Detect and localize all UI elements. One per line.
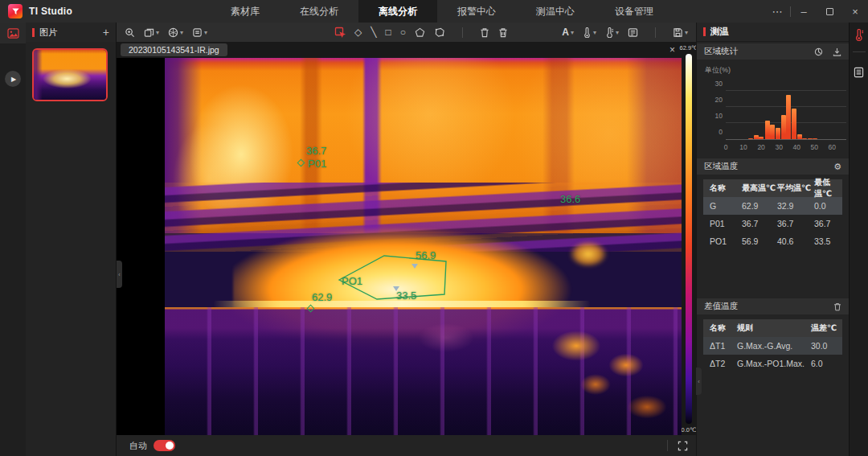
histogram-bar	[770, 125, 775, 139]
thermal-canvas[interactable]: 36.7 P01 36.6 PO1 56.9 33.5 62.9 ‹	[117, 58, 682, 435]
table-row-dT1[interactable]: ΔT1 G.Max.-G.Avg. 30.0	[703, 337, 842, 355]
gear-icon[interactable]: ⚙	[833, 162, 841, 171]
nav-offline-analysis[interactable]: 离线分析	[358, 0, 437, 23]
download-icon[interactable]	[833, 47, 841, 56]
display-tools-group: A ▾ ▾ ▾ ▾	[562, 27, 688, 38]
close-button[interactable]: ×	[842, 0, 868, 23]
cell: 36.7	[742, 219, 777, 228]
panel-title: 测温	[710, 26, 729, 38]
histogram-ytick: 20	[708, 96, 723, 104]
more-menu-button[interactable]: ⋯	[764, 0, 790, 23]
nav-alarm-center[interactable]: 报警中心	[437, 0, 516, 23]
circle-tool-button[interactable]: ○	[400, 27, 406, 37]
cell: 56.9	[742, 236, 777, 246]
app-window: TI Studio 素材库 在线分析 离线分析 报警中心 测温中心 设备管理 ⋯…	[0, 0, 868, 456]
section-region-temp: 区域温度 ⚙	[697, 158, 849, 175]
text-style-button[interactable]: A ▾	[562, 27, 574, 38]
zoom-tool-button[interactable]	[125, 27, 135, 38]
view-tools-group: ▾ ▾ ▾	[125, 27, 207, 38]
delete-annotation-button[interactable]	[480, 27, 489, 38]
polygon-max-marker[interactable]	[411, 264, 418, 269]
histogram-xtick: 50	[811, 143, 818, 151]
main-nav: 素材库 在线分析 离线分析 报警中心 测温中心 设备管理	[211, 0, 674, 23]
histogram-plot: 01020300102030405060℃	[726, 87, 846, 140]
layers-tool-button[interactable]: ▾	[144, 27, 159, 38]
section-diff-temp: ‹ 差值温度	[697, 298, 849, 314]
cell: 30.0	[811, 341, 841, 351]
palette-tool-button[interactable]: ▾	[168, 27, 183, 38]
toggle-knob	[166, 442, 174, 450]
point-tool-button[interactable]: ◇	[354, 27, 362, 37]
cell: PO1	[703, 236, 742, 246]
histogram-xtick: 40	[793, 143, 800, 151]
maximize-button[interactable]	[817, 0, 842, 23]
table-row-G[interactable]: G 62.9 32.9 0.0	[703, 197, 842, 215]
trash-icon[interactable]	[833, 302, 841, 311]
col-header-rule: 规则	[737, 322, 811, 334]
cell: 33.5	[814, 236, 841, 246]
add-image-button[interactable]: +	[103, 27, 109, 38]
delete-all-annotations-button[interactable]	[498, 27, 508, 38]
select-tool-button[interactable]	[334, 27, 346, 38]
table-row-dT2[interactable]: ΔT2 G.Max.-PO1.Max. 6.0	[703, 355, 842, 372]
image-panel-header: 图片 +	[26, 23, 116, 42]
chevron-down-icon: ▾	[204, 29, 207, 36]
export-tool-button[interactable]: ▾	[192, 27, 207, 38]
histogram-bar	[813, 138, 817, 139]
histogram-bar	[808, 138, 813, 139]
nav-material-library[interactable]: 素材库	[211, 0, 280, 23]
thermometer-icon	[583, 27, 592, 38]
file-tab[interactable]: 20230105143541-IR.jpg	[121, 43, 227, 56]
histogram-xtick: 60	[829, 143, 836, 151]
nav-online-analysis[interactable]: 在线分析	[280, 0, 358, 23]
histogram-xtick: 10	[739, 143, 747, 151]
minimize-button[interactable]: –	[791, 0, 817, 23]
play-button[interactable]: ▶	[5, 71, 21, 87]
chart-type-icon[interactable]	[814, 47, 823, 56]
collapse-right-panel-handle[interactable]: ‹	[696, 368, 702, 395]
thermal-image	[165, 58, 682, 435]
table-row-PO1[interactable]: PO1 56.9 40.6 33.5	[703, 232, 842, 250]
colorbar-gradient[interactable]	[686, 54, 692, 424]
line-tool-button[interactable]: ╲	[371, 27, 376, 37]
rectangle-tool-button[interactable]: □	[386, 27, 391, 37]
cell: G.Max.-PO1.Max.	[737, 359, 811, 368]
play-icon: ▶	[11, 76, 16, 83]
nav-device-management[interactable]: 设备管理	[595, 0, 674, 23]
histogram-bar	[792, 109, 796, 139]
images-rail-button[interactable]	[0, 23, 26, 43]
col-header-min: 最低温℃	[814, 177, 841, 199]
polygon-tool-button[interactable]	[434, 27, 445, 38]
thermometry-rail-button[interactable]	[850, 23, 868, 47]
image-list-panel: 图片 +	[26, 23, 117, 456]
histogram-ytick: 30	[708, 80, 723, 88]
point-diamond-icon: ◇	[354, 27, 362, 37]
layers-icon	[144, 27, 154, 38]
collapse-left-panel-handle[interactable]: ‹	[117, 261, 122, 288]
table-row-P01[interactable]: P01 36.7 36.7 36.7	[703, 215, 842, 232]
pentagon-tool-button[interactable]	[415, 27, 425, 38]
chevron-down-icon: ▾	[616, 29, 619, 36]
titlebar: TI Studio 素材库 在线分析 离线分析 报警中心 测温中心 设备管理 ⋯…	[0, 0, 868, 23]
image-thumbnail-selected[interactable]	[32, 48, 108, 101]
divider	[667, 440, 668, 451]
section-region-stats: 区域统计	[697, 43, 849, 60]
rectangle-icon: □	[386, 27, 391, 37]
chevron-down-icon: ▾	[685, 29, 688, 36]
auto-toggle[interactable]	[154, 440, 175, 451]
divider	[462, 27, 463, 38]
fullscreen-icon[interactable]	[678, 441, 688, 451]
report-rail-button[interactable]	[850, 60, 868, 84]
thumbnail-preview	[34, 50, 106, 100]
temp-unit-button[interactable]: ▾	[583, 27, 596, 38]
cell: G	[703, 201, 742, 211]
trash-all-icon	[498, 27, 508, 38]
temp-display-button[interactable]: ▾	[605, 27, 619, 38]
cell: 62.9	[742, 201, 777, 211]
close-file-icon[interactable]: ×	[669, 44, 675, 55]
nav-thermometry-center[interactable]: 测温中心	[516, 0, 595, 23]
histogram-bar	[759, 137, 764, 139]
info-panel-button[interactable]	[628, 27, 638, 38]
save-button[interactable]: ▾	[673, 27, 688, 38]
polygon-min-marker[interactable]	[393, 286, 399, 291]
